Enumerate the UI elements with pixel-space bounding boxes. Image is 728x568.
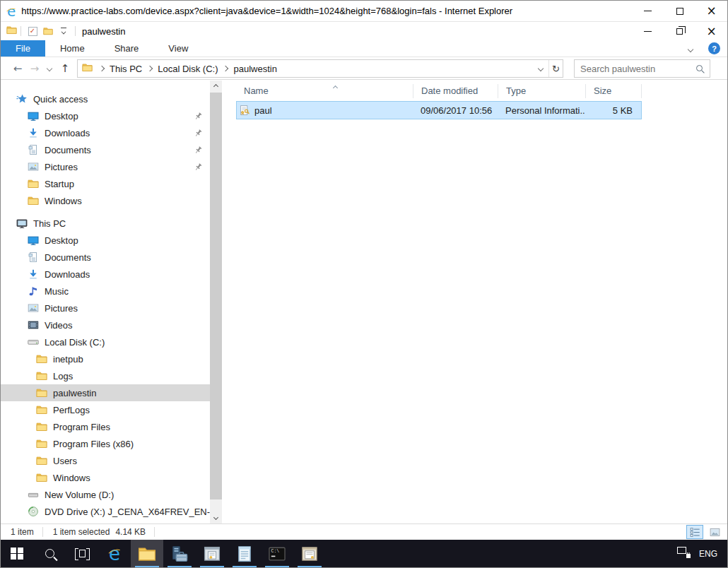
address-dropdown-button[interactable] — [533, 60, 548, 77]
sidebar-item-this-pc[interactable]: This PC — [1, 215, 210, 232]
sidebar-item-windows[interactable]: Windows — [1, 469, 210, 486]
sidebar-item-videos[interactable]: Videos — [1, 316, 210, 333]
sidebar-item-inetpub[interactable]: inetpub — [1, 350, 210, 367]
forward-button[interactable]: → — [26, 64, 43, 74]
file-row-paul[interactable]: paul09/06/2017 10:56Personal Informati..… — [236, 101, 642, 119]
taskbar-certification-authority-button[interactable] — [293, 540, 326, 567]
help-button[interactable]: ? — [708, 42, 720, 54]
sidebar-item-label: Pictures — [45, 303, 78, 314]
sidebar-item-program-files-x86[interactable]: Program Files (x86) — [1, 435, 210, 452]
sidebar-item-label: Quick access — [33, 94, 88, 105]
explorer-restore-button[interactable] — [664, 22, 695, 40]
sidebar-item-desktop[interactable]: Desktop — [1, 107, 210, 124]
internet-explorer-icon: e — [7, 4, 16, 18]
ie-minimize-button[interactable] — [632, 1, 664, 21]
tab-home[interactable]: Home — [45, 40, 100, 57]
sidebar-item-desktop[interactable]: Desktop — [1, 232, 210, 249]
ie-maximize-button[interactable] — [664, 1, 695, 21]
address-bar[interactable]: This PCLocal Disk (C:)paulwestin ↻ — [77, 59, 563, 78]
column-header-name[interactable]: Name — [236, 84, 413, 98]
up-button[interactable]: ↑ — [56, 64, 74, 74]
sidebar-item-downloads[interactable]: Downloads — [1, 266, 210, 283]
ie-window-controls: × — [632, 1, 727, 21]
ie-close-button[interactable]: × — [695, 1, 727, 21]
explorer-minimize-button[interactable] — [632, 22, 664, 40]
drive-icon — [28, 489, 39, 500]
sidebar-item-users[interactable]: Users — [1, 452, 210, 469]
sidebar-item-label: PerfLogs — [53, 405, 90, 415]
column-header-type[interactable]: Type — [498, 84, 585, 98]
sidebar-item-documents[interactable]: Documents — [1, 249, 210, 266]
close-icon: × — [706, 25, 716, 37]
back-button[interactable]: ← — [9, 64, 26, 74]
details-view-icon — [690, 527, 700, 538]
explorer-main: Quick accessDesktopDownloadsDocumentsPic… — [1, 81, 727, 523]
tab-file[interactable]: File — [1, 40, 45, 57]
taskbar-notepad-button[interactable] — [228, 540, 261, 567]
selection-count: 1 item selected — [53, 527, 110, 537]
dvd-icon — [28, 506, 39, 517]
chevron-down-icon — [688, 47, 693, 52]
refresh-button[interactable]: ↻ — [548, 60, 563, 77]
separator — [75, 26, 76, 36]
sidebar-item-pictures[interactable]: Pictures — [1, 300, 210, 316]
column-headers: NameDate modifiedTypeSize — [236, 81, 727, 101]
recent-locations-button[interactable] — [43, 66, 56, 71]
explorer-window-title: paulwestin — [82, 26, 125, 37]
file-name: paul — [254, 105, 272, 116]
taskbar-start-button[interactable] — [1, 540, 33, 567]
sidebar-item-dvd-drive-x-j-cena-x64frev-en-us-dv5[interactable]: DVD Drive (X:) J_CENA_X64FREV_EN-US_DV5 — [1, 503, 210, 520]
taskbar-file-explorer-button[interactable] — [131, 540, 163, 567]
breadcrumb-paulwestin[interactable]: paulwestin — [232, 64, 278, 74]
column-header-date-modified[interactable]: Date modified — [413, 84, 498, 98]
taskbar-search-button[interactable] — [33, 540, 66, 567]
chevron-down-icon — [538, 66, 544, 71]
ribbon-tabs: FileHomeShareView ? — [1, 40, 727, 57]
sidebar-item-program-files[interactable]: Program Files — [1, 418, 210, 435]
sidebar-item-downloads[interactable]: Downloads — [1, 124, 210, 141]
taskbar-task-view-button[interactable] — [66, 540, 98, 567]
taskbar-internet-explorer-button[interactable]: e — [98, 540, 131, 567]
details-view-button[interactable] — [686, 525, 703, 539]
language-indicator[interactable]: ENG — [699, 549, 717, 559]
sidebar-item-local-disk-c[interactable]: Local Disk (C:) — [1, 333, 210, 350]
sidebar-item-windows[interactable]: Windows — [1, 192, 210, 209]
sidebar-scrollbar[interactable] — [210, 81, 222, 523]
sidebar-item-pictures[interactable]: Pictures — [1, 158, 210, 175]
qat-properties-button[interactable]: ✓ — [25, 23, 40, 39]
folder-icon — [36, 404, 47, 415]
address-folder-icon — [82, 62, 93, 73]
taskbar-server-manager-button[interactable] — [163, 540, 196, 567]
qat-new-folder-button[interactable] — [40, 23, 56, 39]
sidebar-item-documents[interactable]: Documents — [1, 141, 210, 158]
search-input[interactable] — [575, 64, 688, 74]
sidebar-item-quick-access[interactable]: Quick access — [1, 90, 210, 107]
minimize-icon — [644, 11, 652, 11]
breadcrumb-this-pc[interactable]: This PC — [108, 64, 143, 74]
scrollbar-down-button[interactable] — [210, 511, 222, 523]
taskbar-command-prompt-button[interactable] — [261, 540, 293, 567]
breadcrumb-local-disk-c[interactable]: Local Disk (C:) — [156, 64, 219, 74]
qat-customize-button[interactable] — [56, 23, 71, 39]
sidebar-item-music[interactable]: Music — [1, 283, 210, 300]
tab-share[interactable]: Share — [100, 40, 154, 57]
pin-icon — [194, 162, 203, 172]
sidebar-item-label: inetpub — [53, 354, 83, 365]
sidebar-item-new-volume-d[interactable]: New Volume (D:) — [1, 486, 210, 503]
tab-view[interactable]: View — [153, 40, 203, 57]
column-header-size[interactable]: Size — [585, 84, 642, 98]
sidebar-item-label: This PC — [33, 218, 66, 229]
explorer-close-button[interactable]: × — [695, 22, 727, 40]
sidebar-item-label: Downloads — [45, 128, 90, 138]
minimize-ribbon-button[interactable] — [688, 43, 693, 54]
sidebar-item-label: Local Disk (C:) — [45, 337, 105, 348]
taskbar-certificates-console-button[interactable] — [196, 540, 228, 567]
sidebar-item-logs[interactable]: Logs — [1, 367, 210, 384]
scrollbar-thumb[interactable] — [210, 93, 222, 499]
large-icons-view-button[interactable] — [706, 525, 723, 539]
scrollbar-up-button[interactable] — [210, 81, 222, 93]
sidebar-item-label: Desktop — [45, 111, 78, 122]
sidebar-item-paulwestin[interactable]: paulwestin — [1, 384, 210, 401]
sidebar-item-startup[interactable]: Startup — [1, 175, 210, 192]
sidebar-item-perflogs[interactable]: PerfLogs — [1, 401, 210, 418]
